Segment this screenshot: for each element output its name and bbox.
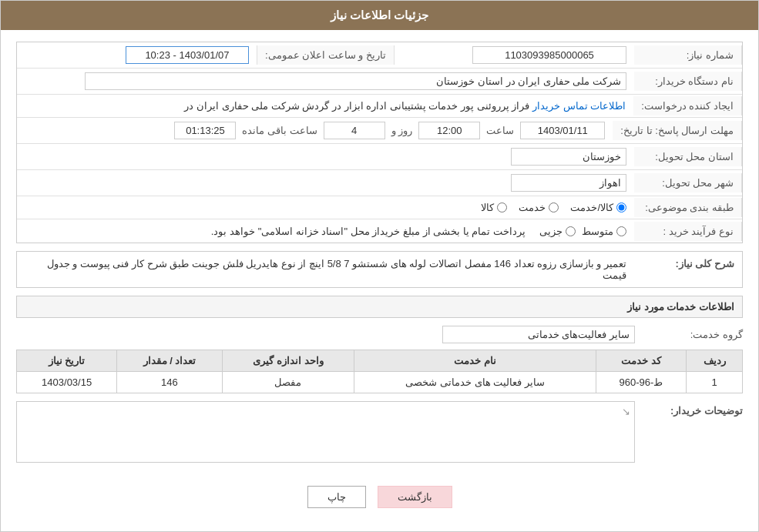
need-number-field: 1103093985000065 [472, 46, 626, 64]
cell-date: 1403/03/15 [17, 372, 117, 393]
col-date: تاریخ نیاز [17, 350, 117, 372]
days-field: 4 [324, 122, 385, 139]
category-option-1[interactable]: کالا [481, 202, 507, 213]
page-title: جزئیات اطلاعات نیاز [331, 8, 428, 22]
services-group-row: گروه خدمت: سایر فعالیت‌های خدماتی [16, 326, 743, 343]
purchase-option-medium[interactable]: متوسط [582, 226, 626, 237]
table-row: 1ط-96-960سایر فعالیت های خدماتی شخصیمفصل… [17, 372, 743, 393]
province-value: خوزستان [17, 144, 634, 169]
buyer-notes-label: توضیحات خریدار: [635, 401, 743, 417]
announcement-date-field: 1403/01/07 - 10:23 [126, 46, 249, 64]
back-button[interactable]: بازگشت [378, 486, 452, 508]
city-label: شهر محل تحویل: [634, 173, 742, 192]
remaining-field: 01:13:25 [174, 122, 236, 139]
province-field: خوزستان [511, 148, 626, 166]
col-name: نام خدمت [354, 350, 596, 372]
buyer-notes-textarea[interactable]: ↘ [16, 401, 635, 463]
cell-row: 1 [687, 372, 743, 393]
notes-cursor: ↘ [622, 406, 630, 417]
table-header-row: ردیف کد خدمت نام خدمت واحد اندازه گیری ت… [17, 350, 743, 372]
response-deadline-row: مهلت ارسال پاسخ: تا تاریخ: 1403/01/11 سا… [17, 118, 742, 144]
cell-name: سایر فعالیت های خدماتی شخصی [354, 372, 596, 393]
category-option-2[interactable]: خدمت [519, 202, 559, 213]
description-value: تعمیر و بازسازی رزوه تعداد 146 مفصل اتصا… [25, 258, 626, 281]
col-row: ردیف [687, 350, 743, 372]
purchase-type-label: نوع فرآیند خرید : [634, 222, 742, 241]
time-label: ساعت [486, 125, 514, 136]
services-group-value: سایر فعالیت‌های خدماتی [16, 326, 635, 343]
col-unit: واحد اندازه گیری [222, 350, 354, 372]
need-number-row: شماره نیاز: 1103093985000065 تاریخ و ساع… [17, 42, 742, 69]
buyer-name-row: نام دستگاه خریدار: شرکت ملی حفاری ایران … [17, 69, 742, 95]
description-label: شرح کلی نیاز: [626, 258, 734, 269]
days-label: روز و [391, 125, 413, 136]
action-buttons: بازگشت چاپ [16, 474, 743, 520]
category-label: طبقه بندی موضوعی: [634, 198, 742, 217]
description-section: شرح کلی نیاز: تعمیر و بازسازی رزوه تعداد… [16, 251, 743, 288]
city-field: اهواز [511, 174, 626, 192]
response-deadline-value: 1403/01/11 ساعت 12:00 روز و 4 ساعت باقی … [17, 118, 613, 143]
province-row: استان محل تحویل: خوزستان [17, 144, 742, 170]
group-field: سایر فعالیت‌های خدماتی [442, 326, 635, 343]
purchase-note: پرداخت تمام یا بخشی از مبلغ خریداز محل "… [211, 226, 526, 237]
category-row: طبقه بندی موضوعی: کالا/خدمت خدمت کالا [17, 196, 742, 219]
creator-row: ایجاد کننده درخواست: اطلاعات تماس خریدار… [17, 95, 742, 118]
need-number-label: شماره نیاز: [634, 45, 742, 65]
services-group-label: گروه خدمت: [635, 329, 743, 340]
date-field: 1403/01/11 [520, 122, 605, 139]
services-section-title: اطلاعات خدمات مورد نیاز [16, 296, 743, 318]
cell-code: ط-96-960 [596, 372, 686, 393]
creator-text: فراز پرروئنی پور خدمات پشتیبانی اداره اب… [184, 100, 529, 112]
category-value: کالا/خدمت خدمت کالا [17, 198, 634, 217]
purchase-type-value: متوسط جزیی پرداخت تمام یا بخشی از مبلغ خ… [17, 222, 634, 241]
main-info-grid: شماره نیاز: 1103093985000065 تاریخ و ساع… [16, 42, 743, 243]
time-field: 12:00 [418, 122, 480, 139]
announcement-date-label: تاریخ و ساعت اعلان عمومی: [257, 45, 395, 65]
creator-value: اطلاعات تماس خریدار فراز پرروئنی پور خدم… [17, 96, 633, 115]
city-row: شهر محل تحویل: اهواز [17, 170, 742, 196]
services-table: ردیف کد خدمت نام خدمت واحد اندازه گیری ت… [16, 350, 743, 393]
category-option-3[interactable]: کالا/خدمت [570, 202, 626, 213]
buyer-name-field: شرکت ملی حفاری ایران در استان خوزستان [85, 72, 626, 90]
province-label: استان محل تحویل: [634, 147, 742, 166]
creator-label: ایجاد کننده درخواست: [633, 96, 742, 115]
purchase-type-row: نوع فرآیند خرید : متوسط جزیی پرداخت تمام… [17, 219, 742, 243]
cell-unit: مفصل [222, 372, 354, 393]
buyer-notes-section: توضیحات خریدار: ↘ [16, 401, 743, 463]
cell-quantity: 146 [117, 372, 222, 393]
col-quantity: تعداد / مقدار [117, 350, 222, 372]
purchase-option-small[interactable]: جزیی [539, 226, 576, 237]
buyer-name-value: شرکت ملی حفاری ایران در استان خوزستان [17, 69, 634, 94]
page-header: جزئیات اطلاعات نیاز [1, 1, 758, 30]
city-value: اهواز [17, 170, 634, 196]
col-code: کد خدمت [596, 350, 686, 372]
response-deadline-label: مهلت ارسال پاسخ: تا تاریخ: [613, 121, 742, 140]
buyer-name-label: نام دستگاه خریدار: [634, 72, 742, 91]
print-button[interactable]: چاپ [307, 486, 366, 508]
need-number-value: 1103093985000065 [395, 42, 634, 68]
announcement-date-value: 1403/01/07 - 10:23 [17, 42, 257, 68]
creator-link[interactable]: اطلاعات تماس خریدار [532, 100, 626, 112]
remaining-label: ساعت باقی مانده [242, 125, 317, 136]
